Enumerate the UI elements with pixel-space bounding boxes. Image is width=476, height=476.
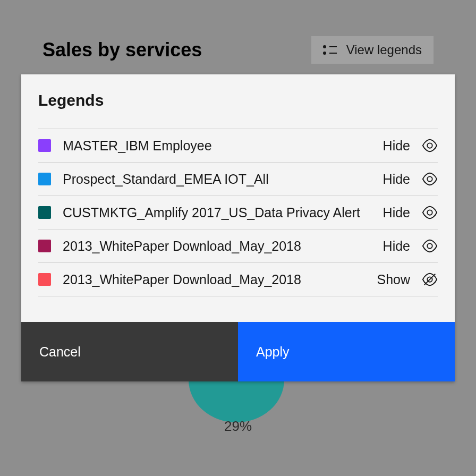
legend-label: 2013_WhitePaper Download_May_2018: [63, 272, 365, 287]
legend-toggle-label[interactable]: Show: [377, 272, 410, 287]
view-legends-label: View legends: [346, 42, 422, 57]
legend-row: MASTER_IBM EmployeeHide: [38, 129, 438, 162]
legend-swatch: [38, 206, 51, 219]
legends-modal-title: Legends: [38, 91, 438, 109]
legend-label: MASTER_IBM Employee: [63, 138, 371, 154]
donut-chart-fragment: [189, 375, 284, 422]
eye-icon[interactable]: [422, 238, 438, 254]
svg-point-0: [427, 143, 432, 148]
legend-toggle-label[interactable]: Hide: [383, 172, 410, 187]
legend-row: CUSTMKTG_Amplify 2017_US_Data Privacy Al…: [38, 196, 438, 229]
page-title: Sales by services: [42, 39, 202, 61]
donut-percent-label: 29%: [0, 418, 476, 435]
legend-label: 2013_WhitePaper Download_May_2018: [63, 239, 371, 254]
legend-toggle-label[interactable]: Hide: [383, 138, 410, 154]
page-header: Sales by services View legends: [42, 36, 434, 64]
legend-row: 2013_WhitePaper Download_May_2018Show: [38, 262, 438, 296]
legend-row: 2013_WhitePaper Download_May_2018Hide: [38, 229, 438, 262]
legend-list-icon: [323, 45, 337, 55]
view-legends-button[interactable]: View legends: [311, 36, 434, 64]
modal-actions: Cancel Apply: [21, 322, 455, 381]
svg-point-3: [427, 243, 432, 248]
legends-modal: Legends MASTER_IBM EmployeeHideProspect_…: [21, 74, 455, 381]
legend-toggle-label[interactable]: Hide: [383, 205, 410, 220]
eye-icon[interactable]: [422, 205, 438, 220]
legend-swatch: [38, 173, 51, 185]
svg-point-1: [427, 176, 432, 181]
legends-modal-body: Legends MASTER_IBM EmployeeHideProspect_…: [21, 74, 455, 322]
svg-point-2: [427, 210, 432, 215]
eye-icon[interactable]: [422, 171, 438, 187]
cancel-button[interactable]: Cancel: [21, 322, 238, 381]
apply-button[interactable]: Apply: [238, 322, 455, 381]
legend-label: Prospect_Standard_EMEA IOT_All: [63, 172, 371, 187]
legend-swatch: [38, 240, 51, 252]
legend-list: MASTER_IBM EmployeeHideProspect_Standard…: [38, 129, 438, 296]
legend-label: CUSTMKTG_Amplify 2017_US_Data Privacy Al…: [63, 205, 371, 220]
eye-icon[interactable]: [422, 138, 438, 154]
legend-swatch: [38, 139, 51, 152]
legend-toggle-label[interactable]: Hide: [383, 239, 410, 254]
legend-swatch: [38, 273, 51, 286]
legend-row: Prospect_Standard_EMEA IOT_AllHide: [38, 162, 438, 196]
eye-off-icon[interactable]: [422, 271, 438, 287]
